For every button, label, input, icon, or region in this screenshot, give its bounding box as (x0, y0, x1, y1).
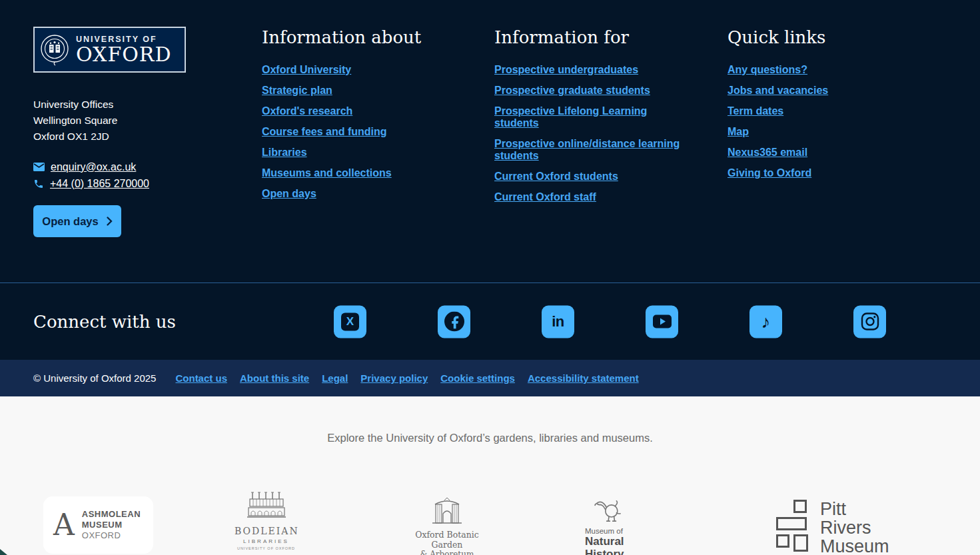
youtube-icon (653, 315, 672, 328)
link-item: Strategic plan (262, 85, 462, 97)
link-item: Museums and collections (262, 167, 462, 179)
column-heading: Information about (262, 27, 494, 48)
bodleian-line2: LIBRARIES (235, 538, 298, 544)
chevron-right-icon (107, 217, 113, 226)
link-item: Prospective Lifelong Learning students (494, 105, 694, 129)
legal-links: Contact usAbout this siteLegalPrivacy po… (175, 372, 638, 384)
footer-link[interactable]: Any questions? (728, 64, 807, 75)
oxford-logo[interactable]: UNIVERSITY OF OXFORD (33, 27, 186, 73)
link-item: Prospective undergraduates (494, 64, 694, 76)
footer-link[interactable]: Jobs and vacancies (728, 85, 828, 96)
legal-bar: © University of Oxford 2025 Contact usAb… (0, 360, 980, 396)
connect-section: Connect with us Xin♪ (0, 282, 980, 360)
ashmolean-line3: OXFORD (82, 530, 141, 541)
legal-link[interactable]: Privacy policy (360, 372, 428, 384)
legal-link[interactable]: Cookie settings (440, 372, 515, 384)
footer-link[interactable]: Open days (262, 188, 316, 199)
footer-link[interactable]: Museums and collections (262, 167, 392, 179)
botanic-garden-logo[interactable]: Oxford Botanic Garden & Arboretum Est.16… (410, 496, 484, 555)
bodleian-building-icon (247, 490, 286, 522)
footer-link[interactable]: Map (728, 126, 749, 137)
nathist-line1: Museum of (585, 527, 642, 535)
logo-oxford: OXFORD (76, 44, 171, 65)
bodleian-line3: UNIVERSITY OF OXFORD (235, 546, 298, 550)
footer-link[interactable]: Prospective online/distance learning stu… (494, 138, 680, 161)
footer-link[interactable]: Strategic plan (262, 85, 332, 96)
pitt-rivers-squares-icon (776, 500, 813, 552)
link-item: Any questions? (728, 64, 927, 76)
ashmolean-a-icon: A (53, 510, 75, 540)
nathist-line3: History (585, 548, 642, 555)
contact-column: UNIVERSITY OF OXFORD University OfficesW… (33, 27, 262, 282)
legal-link[interactable]: About this site (240, 372, 309, 384)
legal-link[interactable]: Legal (322, 372, 348, 384)
footer-link[interactable]: Giving to Oxford (728, 167, 811, 179)
linkedin-icon: in (552, 313, 564, 330)
link-item: Prospective graduate students (494, 85, 694, 97)
phone-icon (33, 179, 44, 189)
column-heading: Information for (494, 27, 728, 48)
ashmolean-museum-logo[interactable]: A ASHMOLEAN MUSEUM OXFORD (43, 496, 153, 554)
social-facebook-button[interactable] (438, 305, 470, 338)
link-item: Current Oxford students (494, 171, 694, 183)
footer-link[interactable]: Prospective undergraduates (494, 64, 638, 75)
pitt-line3: Museum (820, 537, 889, 555)
link-item: Nexus365 email (728, 147, 927, 159)
pitt-rivers-museum-logo[interactable]: Pitt Rivers Museum (776, 500, 889, 555)
corner-widget-fragment (0, 549, 7, 555)
footer-link[interactable]: Prospective Lifelong Learning students (494, 105, 647, 129)
footer-link[interactable]: Current Oxford students (494, 171, 618, 182)
ashmolean-line1: ASHMOLEAN (82, 509, 141, 520)
column-heading: Quick links (728, 27, 980, 48)
phone-link[interactable]: +44 (0) 1865 270000 (50, 178, 149, 190)
copyright-text: © University of Oxford 2025 (33, 372, 156, 384)
address-line: Wellington Square (33, 113, 262, 129)
mail-icon (33, 163, 45, 171)
footer: UNIVERSITY OF OXFORD University OfficesW… (0, 0, 980, 282)
link-item: Course fees and funding (262, 126, 462, 138)
x-icon: X (341, 312, 359, 330)
column-quick-links: Quick linksAny questions?Jobs and vacanc… (728, 27, 980, 282)
footer-link[interactable]: Course fees and funding (262, 126, 387, 137)
pitt-line2: Rivers (820, 518, 889, 537)
column-information-for: Information forProspective undergraduate… (494, 27, 728, 282)
footer-link[interactable]: Prospective graduate students (494, 85, 650, 96)
social-instagram-button[interactable] (853, 305, 886, 338)
footer-link[interactable]: Oxford's research (262, 105, 352, 117)
social-linkedin-button[interactable]: in (542, 305, 574, 338)
link-item: Open days (262, 188, 462, 200)
link-item: Giving to Oxford (728, 167, 927, 179)
oxford-crest-icon (39, 34, 70, 66)
link-item: Current Oxford staff (494, 191, 694, 203)
botanic-arch-icon (430, 496, 464, 526)
email-link[interactable]: enquiry@ox.ac.uk (51, 161, 136, 173)
nathist-line2: Natural (585, 535, 642, 548)
column-information-about: Information aboutOxford UniversityStrate… (262, 27, 494, 282)
footer-link[interactable]: Term dates (728, 105, 783, 117)
bodleian-line1: BODLEIAN (235, 526, 298, 536)
open-days-button[interactable]: Open days (33, 205, 121, 237)
legal-link[interactable]: Accessibility statement (528, 372, 639, 384)
social-x-button[interactable]: X (334, 305, 366, 338)
footer-link[interactable]: Current Oxford staff (494, 191, 596, 203)
legal-link[interactable]: Contact us (175, 372, 227, 384)
social-icons-row: Xin♪ (334, 305, 886, 338)
oxford-logo-text: UNIVERSITY OF OXFORD (76, 35, 171, 65)
tiktok-icon: ♪ (761, 312, 771, 330)
botanic-line2: & Arboretum (410, 550, 484, 555)
bodleian-libraries-logo[interactable]: BODLEIAN LIBRARIES UNIVERSITY OF OXFORD (235, 490, 298, 550)
natural-history-museum-logo[interactable]: Museum of Natural History (585, 498, 642, 555)
phone-row: +44 (0) 1865 270000 (33, 175, 262, 192)
explore-section: Explore the University of Oxford’s garde… (0, 396, 980, 555)
link-item: Map (728, 126, 927, 138)
pitt-line1: Pitt (820, 500, 889, 518)
footer-link[interactable]: Nexus365 email (728, 147, 807, 158)
link-item: Term dates (728, 105, 927, 117)
footer-link[interactable]: Libraries (262, 147, 307, 158)
footer-link[interactable]: Oxford University (262, 64, 351, 75)
botanic-line1: Oxford Botanic Garden (410, 530, 484, 550)
link-list: Oxford UniversityStrategic planOxford's … (262, 64, 462, 200)
social-tiktok-button[interactable]: ♪ (749, 305, 782, 338)
social-youtube-button[interactable] (646, 305, 678, 338)
link-item: Oxford's research (262, 105, 462, 117)
